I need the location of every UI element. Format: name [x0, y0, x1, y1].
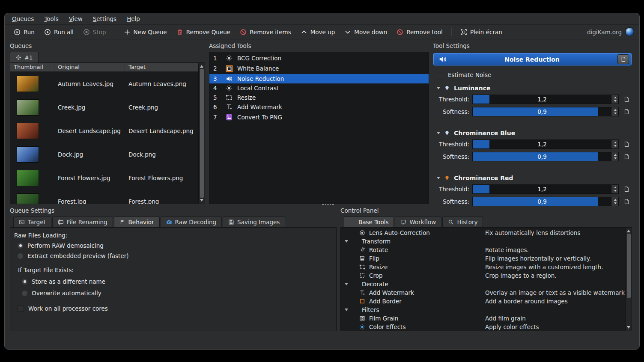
table-row[interactable]: Dock.jpg Dock.png: [10, 142, 198, 166]
menu-view[interactable]: View: [69, 15, 83, 22]
collapse-arrow-icon[interactable]: [437, 177, 440, 179]
estimate-noise-checkbox[interactable]: [437, 72, 443, 78]
radio-icon[interactable]: [22, 279, 27, 285]
tool-row-convert-to-png[interactable]: 7 Convert To PNG: [209, 112, 429, 123]
fullscreen-button[interactable]: Plein écran: [456, 27, 506, 37]
spin-down-icon[interactable]: [614, 157, 617, 159]
run-all-button[interactable]: Run all: [40, 27, 78, 37]
tool-row-local-contrast[interactable]: 4 Local Contrast: [209, 83, 429, 93]
tree-group-transform[interactable]: Transform: [341, 237, 625, 246]
column-header-target[interactable]: Target: [125, 63, 198, 71]
tab-behavior[interactable]: Behavior: [114, 217, 160, 227]
tree-item-film-grain[interactable]: Film Grain Add film grain: [341, 314, 625, 323]
tab-workflow[interactable]: Workflow: [395, 217, 441, 227]
remove-tool-button[interactable]: Remove tool: [393, 27, 447, 37]
section-chrominance-blue[interactable]: Chrominance Blue: [433, 130, 632, 136]
scrollbar-thumb[interactable]: [200, 69, 204, 198]
threshold-slider[interactable]: 1,2: [472, 95, 619, 104]
spin-down-icon[interactable]: [614, 202, 617, 204]
scroll-down-icon[interactable]: [627, 326, 630, 329]
spin-up-icon[interactable]: [614, 154, 617, 156]
menu-help[interactable]: Help: [127, 15, 140, 22]
reset-default-button[interactable]: [623, 141, 629, 147]
spin-up-icon[interactable]: [614, 199, 617, 201]
remove-queue-button[interactable]: Remove Queue: [173, 27, 234, 37]
splitter-handle[interactable]: [322, 204, 334, 207]
move-up-button[interactable]: Move up: [297, 27, 339, 37]
section-chrominance-red[interactable]: Chrominance Red: [433, 175, 632, 181]
tab-raw-decoding[interactable]: Raw Decoding: [161, 217, 222, 227]
menu-tools[interactable]: Tools: [44, 15, 58, 22]
radio-icon[interactable]: [22, 291, 27, 296]
softness-slider[interactable]: 0,9: [472, 197, 619, 206]
tree-group-filters[interactable]: Filters: [341, 306, 625, 314]
reset-default-button[interactable]: [623, 96, 629, 102]
tree-scrollbar[interactable]: [625, 228, 632, 331]
spin-down-icon[interactable]: [614, 190, 617, 192]
collapse-arrow-icon[interactable]: [345, 309, 348, 311]
spin-buttons[interactable]: [611, 95, 618, 104]
remove-items-button[interactable]: Remove items: [236, 27, 295, 37]
spin-up-icon[interactable]: [614, 142, 617, 143]
radio-extract-embedded-preview[interactable]: Extract embedded preview (faster): [18, 252, 336, 259]
scroll-up-icon[interactable]: [200, 65, 203, 68]
softness-slider[interactable]: 0,9: [472, 107, 619, 116]
tab-target[interactable]: Target: [13, 217, 51, 227]
radio-icon[interactable]: [18, 243, 23, 249]
threshold-slider[interactable]: 1,2: [472, 184, 619, 194]
radio-icon[interactable]: [18, 253, 23, 259]
table-row[interactable]: Forest.jpg Forest.png: [10, 190, 198, 204]
reset-default-button[interactable]: [623, 199, 629, 205]
tool-row-white-balance[interactable]: 2 White Balance: [209, 63, 429, 74]
move-down-button[interactable]: Move down: [340, 27, 391, 37]
work-all-cores-option[interactable]: Work on all processor cores: [18, 305, 336, 312]
column-header-original[interactable]: Original: [54, 63, 125, 71]
tool-row-noise-reduction[interactable]: 3 Noise Reduction: [209, 74, 429, 83]
menu-settings[interactable]: Settings: [93, 15, 116, 22]
tree-item-color-effects[interactable]: Color Effects Apply color effects: [341, 323, 625, 331]
radio-store-different-name[interactable]: Store as a different name: [22, 278, 336, 285]
collapse-arrow-icon[interactable]: [345, 240, 348, 243]
queue-table-scrollbar[interactable]: [198, 63, 205, 204]
radio-overwrite-automatically[interactable]: Overwrite automatically: [22, 290, 336, 297]
tab-history[interactable]: History: [442, 217, 483, 227]
section-luminance[interactable]: Luminance: [433, 85, 632, 92]
tool-row-add-watermark[interactable]: 6 Add Watermark: [209, 102, 429, 112]
spin-buttons[interactable]: [611, 140, 618, 148]
spin-buttons[interactable]: [611, 152, 618, 161]
spin-down-icon[interactable]: [614, 100, 617, 102]
tree-item-lens-auto-correction[interactable]: Lens Auto-Correction Fix automatically l…: [341, 228, 625, 237]
spin-buttons[interactable]: [611, 107, 618, 116]
queue-tab-1[interactable]: #1: [10, 52, 39, 62]
table-row[interactable]: Autumn Leaves.jpg Autumn Leaves.png: [10, 72, 198, 95]
tree-group-decorate[interactable]: Decorate: [341, 280, 625, 288]
column-header-thumbnail[interactable]: Thumbnail: [10, 63, 54, 71]
spin-up-icon[interactable]: [614, 187, 617, 188]
spin-up-icon[interactable]: [614, 109, 617, 111]
tree-item-add-border[interactable]: Add Border Add a border around images: [341, 297, 625, 306]
menu-queues[interactable]: Queues: [12, 15, 34, 22]
softness-slider[interactable]: 0,9: [472, 152, 619, 161]
estimate-noise-option[interactable]: Estimate Noise: [437, 71, 632, 78]
reset-default-button[interactable]: [623, 109, 629, 115]
tree-item-add-watermark[interactable]: Add Watermark Overlay an image or text a…: [341, 288, 625, 297]
radio-perform-raw-demosaicing[interactable]: Perform RAW demosaicing: [18, 242, 336, 249]
cores-checkbox[interactable]: [18, 306, 24, 312]
spin-buttons[interactable]: [611, 197, 618, 206]
scroll-up-icon[interactable]: [627, 230, 630, 232]
reset-default-button[interactable]: [623, 186, 629, 192]
scrollbar-thumb[interactable]: [627, 234, 631, 298]
tab-base-tools[interactable]: Base Tools: [344, 217, 394, 227]
spin-down-icon[interactable]: [614, 145, 617, 147]
tree-item-rotate[interactable]: Rotate Rotate images.: [341, 246, 625, 254]
new-queue-button[interactable]: New Queue: [120, 27, 171, 37]
reset-default-button[interactable]: [623, 154, 629, 160]
collapse-arrow-icon[interactable]: [437, 87, 440, 89]
digikam-brand[interactable]: digiKam.org: [587, 27, 634, 36]
tab-saving-images[interactable]: Saving Images: [223, 217, 285, 227]
table-row[interactable]: Forest Flowers.jpg Forest Flowers.png: [10, 166, 198, 190]
spin-up-icon[interactable]: [614, 97, 617, 98]
tree-item-crop[interactable]: Crop Crop images to a region.: [341, 271, 625, 280]
table-row[interactable]: Desert Landscape.jpg Desert Landscape.pn…: [10, 119, 198, 142]
tree-item-flip[interactable]: Flip Flip images horizontally or vertica…: [341, 254, 625, 263]
